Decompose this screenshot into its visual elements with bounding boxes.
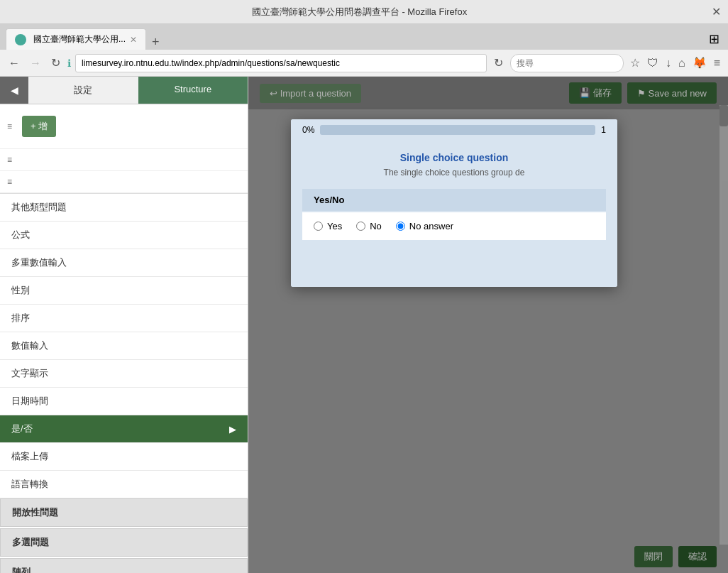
address-input[interactable] bbox=[75, 54, 487, 72]
option-no[interactable]: No bbox=[356, 221, 382, 231]
search-input[interactable] bbox=[510, 54, 624, 72]
reload-button[interactable]: ↻ bbox=[491, 55, 506, 71]
hamburger-icon-1: ≡ bbox=[7, 121, 12, 131]
grid-icon[interactable]: ⊞ bbox=[706, 28, 722, 50]
sidebar-menu-item[interactable]: 性別 bbox=[0, 277, 248, 305]
radio-no[interactable] bbox=[356, 222, 365, 231]
section-multi[interactable]: 多選問題 bbox=[0, 528, 248, 557]
refresh-button[interactable]: ↻ bbox=[48, 55, 63, 71]
chevron-right-icon: ▶ bbox=[229, 424, 236, 435]
progress-bar-container bbox=[320, 125, 595, 135]
menu-icon[interactable]: ≡ bbox=[712, 55, 722, 71]
sidebar-menu-item[interactable]: 數值輸入 bbox=[0, 332, 248, 360]
modal-overlay: 0% 1 Single choice question The single c… bbox=[248, 77, 728, 573]
tab-label: 國立臺灣師範大學公用... bbox=[33, 33, 126, 45]
shield-icon[interactable]: 🛡 bbox=[645, 55, 661, 71]
hamburger-icon-2: ≡ bbox=[7, 155, 12, 165]
section-array[interactable]: 陣列 bbox=[0, 558, 248, 573]
favicon-icon bbox=[15, 34, 26, 45]
option-yes[interactable]: Yes bbox=[314, 221, 342, 231]
sidebar-menu-item[interactable]: 排序 bbox=[0, 305, 248, 332]
browser-title: 國立臺灣師範大學公用問卷調查平台 - Mozilla Firefox bbox=[7, 6, 712, 18]
browser-titlebar: 國立臺灣師範大學公用問卷調查平台 - Mozilla Firefox ✕ bbox=[0, 0, 728, 24]
sidebar-header: ◀ 設定 Structure bbox=[0, 77, 248, 104]
browser-addressbar: ← → ↻ ℹ ↻ ☆ 🛡 ↓ ⌂ 🦊 ≡ bbox=[0, 50, 728, 77]
add-button[interactable]: + 增 bbox=[22, 116, 56, 137]
modal-empty-area bbox=[302, 240, 606, 275]
sidebar-menu-item[interactable]: 多重數值輸入 bbox=[0, 249, 248, 277]
browser-tab[interactable]: 國立臺灣師範大學公用... ✕ bbox=[6, 28, 146, 50]
sidebar-menu-item[interactable]: 是/否▶ bbox=[0, 415, 248, 443]
sidebar-menu-item[interactable]: 語言轉換 bbox=[0, 471, 248, 498]
forward-button[interactable]: → bbox=[27, 55, 44, 71]
sidebar-menu: 其他類型問題公式多重數值輸入性別排序數值輸入文字顯示日期時間是/否▶檔案上傳語言… bbox=[0, 194, 248, 498]
option-no-answer-label: No answer bbox=[409, 221, 453, 231]
option-no-answer[interactable]: No answer bbox=[396, 221, 453, 231]
hamburger-row-1[interactable]: ≡ + 增 bbox=[0, 104, 248, 149]
yes-no-options: Yes No No answer bbox=[302, 212, 606, 240]
hamburger-icon-3: ≡ bbox=[7, 177, 12, 187]
page-content: ◀ 設定 Structure ≡ + 增 ≡ ≡ 其他類型問題公式多重數值輸入性… bbox=[0, 77, 728, 573]
close-icon[interactable]: ✕ bbox=[712, 5, 721, 18]
option-no-label: No bbox=[370, 221, 382, 231]
modal-desc: The single choice questions group de bbox=[302, 168, 606, 178]
radio-no-answer[interactable] bbox=[396, 222, 405, 231]
firefox-icon[interactable]: 🦊 bbox=[690, 55, 709, 71]
sidebar-menu-item[interactable]: 文字顯示 bbox=[0, 360, 248, 388]
tab-close-icon[interactable]: ✕ bbox=[130, 35, 137, 45]
main-area: ↩ Import a question 💾 儲存 ⚑ Save and new bbox=[248, 77, 728, 573]
info-icon: ℹ bbox=[67, 58, 71, 69]
sidebar-toggle[interactable]: ◀ bbox=[0, 77, 28, 104]
tab-settings[interactable]: 設定 bbox=[28, 77, 138, 104]
progress-percent: 0% bbox=[302, 125, 314, 135]
option-yes-label: Yes bbox=[327, 221, 342, 231]
toolbar-icons: ☆ 🛡 ↓ ⌂ 🦊 ≡ bbox=[628, 55, 722, 71]
sidebar-menu-item[interactable]: 日期時間 bbox=[0, 388, 248, 415]
modal-progress: 0% 1 bbox=[291, 119, 617, 141]
browser-tabbar: 國立臺灣師範大學公用... ✕ + ⊞ bbox=[0, 24, 728, 50]
yes-no-section: Yes/No Yes No bbox=[302, 189, 606, 240]
radio-yes[interactable] bbox=[314, 222, 323, 231]
download-icon[interactable]: ↓ bbox=[663, 55, 673, 71]
tab-structure[interactable]: Structure bbox=[138, 77, 248, 104]
yes-no-label: Yes/No bbox=[302, 189, 606, 211]
modal-title: Single choice question bbox=[302, 152, 606, 163]
modal-body: Single choice question The single choice… bbox=[291, 141, 617, 287]
sidebar-menu-item[interactable]: 其他類型問題 bbox=[0, 194, 248, 222]
home-icon[interactable]: ⌂ bbox=[676, 55, 688, 71]
bookmark-icon[interactable]: ☆ bbox=[628, 55, 642, 71]
sidebar: ◀ 設定 Structure ≡ + 增 ≡ ≡ 其他類型問題公式多重數值輸入性… bbox=[0, 77, 248, 573]
sidebar-menu-item[interactable]: 公式 bbox=[0, 222, 248, 249]
hamburger-row-3[interactable]: ≡ bbox=[0, 171, 248, 193]
section-open[interactable]: 開放性問題 bbox=[0, 498, 248, 527]
progress-max: 1 bbox=[601, 125, 606, 135]
back-button[interactable]: ← bbox=[6, 55, 23, 71]
sidebar-menu-item[interactable]: 檔案上傳 bbox=[0, 443, 248, 471]
modal-dialog: 0% 1 Single choice question The single c… bbox=[291, 119, 617, 287]
new-tab-button[interactable]: + bbox=[146, 35, 165, 50]
hamburger-row-2[interactable]: ≡ bbox=[0, 149, 248, 171]
